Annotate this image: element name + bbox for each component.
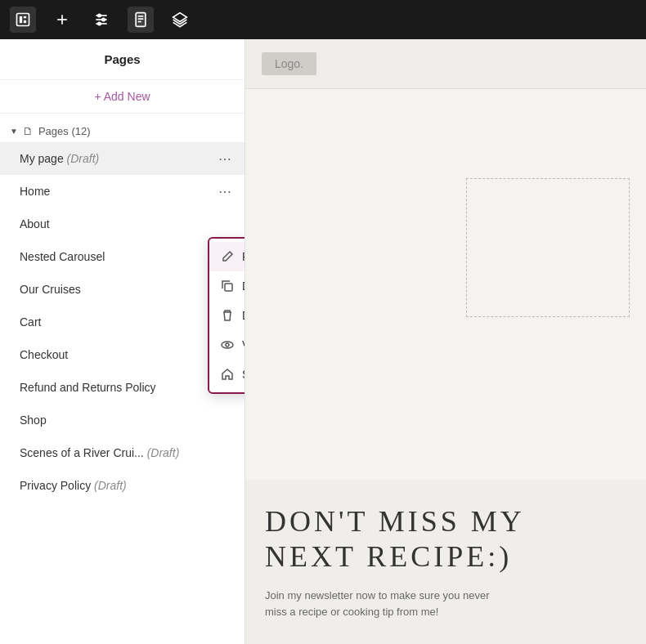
svg-rect-3 [24, 20, 26, 23]
pages-group-label: Pages (12) [38, 125, 91, 137]
context-menu-duplicate[interactable]: Duplicate [209, 271, 245, 301]
svg-rect-2 [24, 16, 26, 18]
page-name-shop: Shop [20, 414, 215, 427]
context-menu-view-page[interactable]: View Page [209, 330, 245, 360]
page-item-home[interactable]: Home ⋯ [0, 175, 244, 208]
add-icon[interactable] [49, 7, 75, 33]
page-name-about: About [20, 217, 215, 230]
page-name-our-cruises: Our Cruises [20, 283, 215, 296]
page-name-scenes: Scenes of a River Crui... (Draft) [20, 446, 215, 459]
add-new-button[interactable]: + Add New [0, 80, 244, 114]
trash-icon [221, 309, 234, 322]
logo-placeholder: Logo. [262, 52, 316, 75]
page-name-refund: Refund and Returns Policy [20, 381, 215, 394]
page-item-about[interactable]: About ⋯ [0, 208, 244, 240]
eye-icon [221, 338, 234, 351]
copy-icon [221, 280, 234, 293]
add-new-label: + Add New [94, 90, 150, 103]
context-menu-set-homepage[interactable]: Set as homepage [209, 360, 245, 389]
page-item-shop[interactable]: Shop ⋯ [0, 404, 244, 436]
elementor-logo-icon[interactable] [10, 7, 36, 33]
svg-rect-17 [225, 284, 232, 291]
page-item-my-page[interactable]: My page (Draft) ⋯ [0, 142, 244, 175]
recipe-subtitle: Join my newsletter now to make sure you … [265, 588, 626, 619]
svg-point-9 [98, 14, 101, 16]
svg-rect-1 [20, 16, 22, 23]
dashed-box [466, 178, 630, 317]
layers-icon[interactable] [167, 7, 193, 33]
main-layout: Pages + Add New ▼ 🗋 Pages (12) My page (… [0, 39, 646, 644]
svg-point-11 [98, 22, 101, 25]
svg-point-18 [222, 342, 233, 348]
more-button-home[interactable]: ⋯ [215, 181, 235, 201]
home-icon [221, 368, 234, 381]
page-icon: 🗋 [23, 125, 34, 137]
context-menu-delete[interactable]: Delete [209, 301, 245, 330]
recipe-title: DON'T MISS MYNEXT RECIPE:) [265, 504, 626, 575]
document-icon[interactable] [128, 7, 154, 33]
toolbar [0, 0, 646, 39]
page-name-my-page: My page (Draft) [20, 152, 215, 165]
pages-group-header[interactable]: ▼ 🗋 Pages (12) [0, 120, 244, 142]
page-name-privacy: Privacy Policy (Draft) [20, 479, 215, 492]
canvas-content: Logo. DON'T MISS MYNEXT RECIPE:) Join my… [245, 39, 646, 644]
canvas-area: Logo. DON'T MISS MYNEXT RECIPE:) Join my… [245, 39, 646, 644]
pencil-icon [221, 250, 234, 263]
logo-bar: Logo. [245, 39, 646, 89]
svg-point-10 [102, 18, 105, 20]
page-item-scenes[interactable]: Scenes of a River Crui... (Draft) ⋯ [0, 436, 244, 469]
sidebar-title: Pages [0, 39, 244, 80]
sliders-icon[interactable] [88, 7, 114, 33]
page-name-home: Home [20, 185, 215, 198]
page-name-checkout: Checkout [20, 348, 215, 361]
page-name-cart: Cart [20, 315, 215, 329]
context-menu-rename[interactable]: Rename [209, 242, 245, 271]
recipe-section: DON'T MISS MYNEXT RECIPE:) Join my newsl… [245, 480, 646, 644]
chevron-down-icon: ▼ [10, 127, 18, 136]
page-item-privacy[interactable]: Privacy Policy (Draft) ⋯ [0, 469, 244, 502]
svg-point-19 [226, 343, 229, 347]
context-menu: Rename Duplicate Delete [208, 237, 245, 394]
svg-rect-0 [17, 14, 29, 26]
page-name-nested-carousel: Nested Carousel [20, 250, 215, 263]
more-button-my-page[interactable]: ⋯ [215, 149, 235, 168]
sidebar: Pages + Add New ▼ 🗋 Pages (12) My page (… [0, 39, 245, 644]
